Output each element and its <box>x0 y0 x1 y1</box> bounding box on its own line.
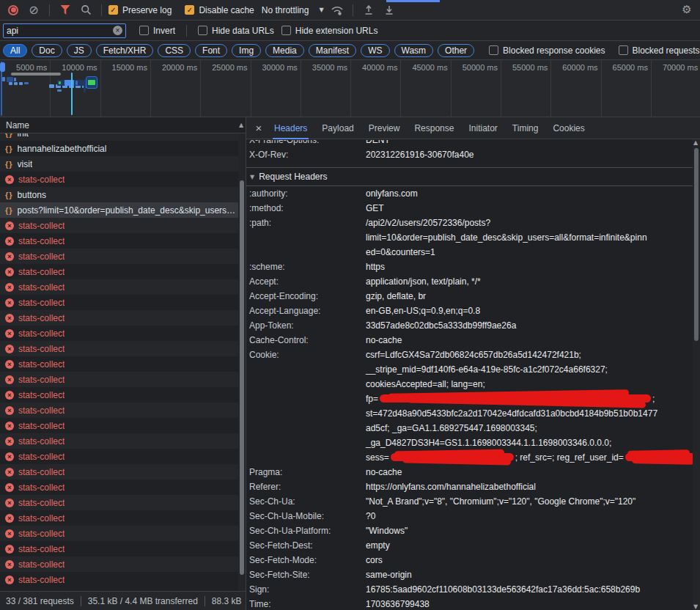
hide-data-urls-checkbox[interactable]: Hide data URLs <box>198 26 274 36</box>
checkbox-blocked-response-cookies[interactable]: Blocked response cookies <box>489 45 605 56</box>
search-icon <box>81 4 92 15</box>
type-filter-doc[interactable]: Doc <box>32 44 62 57</box>
request-row[interactable]: ×stats-collect <box>0 172 238 187</box>
settings-button[interactable]: ⚙ <box>678 1 696 19</box>
tab-headers[interactable]: Headers <box>267 117 314 139</box>
request-name: stats-collect <box>18 498 65 508</box>
requests-scrollbar[interactable]: ▲ <box>238 133 246 591</box>
throttling-dropdown[interactable]: No throttling ▼ <box>262 5 324 15</box>
request-row[interactable]: ×stats-collect <box>0 295 238 310</box>
type-filter-font[interactable]: Font <box>195 44 227 57</box>
request-row[interactable]: {}buttons <box>0 187 238 202</box>
scroll-down-icon[interactable]: ▼ <box>693 603 698 610</box>
type-filter-media[interactable]: Media <box>265 44 304 57</box>
request-name: stats-collect <box>18 344 65 354</box>
type-filter-wasm[interactable]: Wasm <box>394 44 434 57</box>
request-row[interactable]: ×stats-collect <box>0 433 238 449</box>
header-value: no-cache <box>366 465 693 479</box>
request-row[interactable]: ×stats-collect <box>0 449 238 464</box>
checkbox-label: Blocked response cookies <box>503 45 605 56</box>
waterfall-bar <box>0 62 5 72</box>
type-filter-js[interactable]: JS <box>67 44 92 57</box>
request-row[interactable]: ×stats-collect <box>0 464 238 479</box>
request-row[interactable]: ×stats-collect <box>0 310 238 326</box>
request-name: stats-collect <box>18 544 65 554</box>
waterfall-bar <box>19 82 23 85</box>
request-row[interactable]: ×stats-collect <box>0 387 238 403</box>
header-row: Cookie:csrf=LdfcGX4Sa72db06824c657db26a5… <box>246 348 693 465</box>
filter-input[interactable] <box>7 26 110 36</box>
request-row[interactable]: {}posts?limit=10&order=publish_date_desc… <box>0 202 238 218</box>
header-value: application/json, text/plain, */* <box>366 274 693 289</box>
request-row[interactable]: ×stats-collect <box>0 541 238 556</box>
request-row[interactable]: ×stats-collect <box>0 495 238 510</box>
request-row[interactable]: ×stats-collect <box>0 341 238 356</box>
request-row[interactable]: ×stats-collect <box>0 279 238 295</box>
request-row[interactable]: ×stats-collect <box>0 403 238 418</box>
invert-checkbox[interactable]: Invert <box>139 26 175 36</box>
header-name: :scheme: <box>246 260 366 274</box>
record-button[interactable] <box>4 1 22 19</box>
type-filter-other[interactable]: Other <box>438 44 474 57</box>
scroll-up-icon[interactable]: ▲ <box>693 139 698 146</box>
clear-button[interactable]: ⊘ <box>25 1 43 19</box>
request-row[interactable]: ×stats-collect <box>0 479 238 495</box>
tab-payload[interactable]: Payload <box>314 117 361 139</box>
request-row[interactable]: ×stats-collect <box>0 418 238 433</box>
scrollbar-thumb[interactable] <box>240 180 244 575</box>
tab-timing[interactable]: Timing <box>505 117 546 139</box>
request-row[interactable]: ×stats-collect <box>0 572 238 587</box>
request-row[interactable]: ×stats-collect <box>0 526 238 541</box>
export-har-button[interactable] <box>380 1 398 19</box>
request-row[interactable]: {}visit <box>0 156 238 172</box>
scroll-up-icon[interactable]: ▲ <box>239 122 243 128</box>
request-row[interactable]: {}init <box>0 133 238 141</box>
request-row[interactable]: ×stats-collect <box>0 556 238 572</box>
type-filter-fetch-xhr[interactable]: Fetch/XHR <box>96 44 154 57</box>
tab-initiator[interactable]: Initiator <box>461 117 504 139</box>
search-button[interactable] <box>77 1 95 19</box>
tab-cookies[interactable]: Cookies <box>545 117 592 139</box>
request-row[interactable]: {}hannahelizabethofficial <box>0 141 238 156</box>
checkbox-blocked-requests[interactable]: Blocked requests <box>619 45 700 56</box>
import-har-button[interactable] <box>360 1 377 19</box>
request-headers-section[interactable]: ▼Request Headers <box>246 168 693 186</box>
network-conditions-button[interactable] <box>328 1 346 19</box>
name-column-header[interactable]: Name <box>0 117 246 133</box>
type-filter-manifest[interactable]: Manifest <box>309 44 356 57</box>
type-filter-all[interactable]: All <box>3 44 27 57</box>
request-row[interactable]: ×stats-collect <box>0 356 238 372</box>
request-name: stats-collect <box>18 421 65 431</box>
request-row[interactable]: ×stats-collect <box>0 372 238 387</box>
hide-extension-urls-checkbox[interactable]: Hide extension URLs <box>281 26 378 36</box>
request-name: stats-collect <box>18 482 65 493</box>
header-row: Sign:16785:5aad9602cf110608b03133de56364… <box>246 582 693 597</box>
request-row[interactable]: ×stats-collect <box>0 218 238 233</box>
disable-cache-checkbox[interactable]: ✓ Disable cache <box>185 5 254 15</box>
preserve-log-checkbox[interactable]: ✓ Preserve log <box>108 5 172 15</box>
error-icon: × <box>5 499 14 507</box>
request-name: stats-collect <box>18 267 65 277</box>
request-row[interactable]: ×stats-collect <box>0 510 238 526</box>
request-row[interactable]: ×stats-collect <box>0 326 238 341</box>
type-filter-css[interactable]: CSS <box>158 44 191 57</box>
clear-filter-icon[interactable]: × <box>113 26 122 35</box>
header-name: Sec-Ch-Ua-Mobile: <box>246 509 366 523</box>
header-name: Sec-Ch-Ua-Platform: <box>246 523 366 538</box>
request-row[interactable]: ×stats-collect <box>0 249 238 264</box>
header-name: :path: <box>246 216 366 260</box>
requests-viewport: {}init{}hannahelizabethofficial{}visit×s… <box>0 133 238 591</box>
request-row[interactable]: ×stats-collect <box>0 264 238 279</box>
detail-scrollbar[interactable]: ▲ ▼ <box>693 139 700 610</box>
request-row[interactable]: ×stats-collect <box>0 233 238 249</box>
record-icon <box>8 5 18 15</box>
network-overview-timeline[interactable]: 5000 ms10000 ms15000 ms20000 ms25000 ms3… <box>0 60 700 117</box>
tab-response[interactable]: Response <box>407 117 461 139</box>
filter-toggle-button[interactable] <box>56 1 74 19</box>
type-filter-img[interactable]: Img <box>232 44 261 57</box>
type-filter-ws[interactable]: WS <box>361 44 389 57</box>
tab-preview[interactable]: Preview <box>361 117 408 139</box>
scrollbar-thumb[interactable] <box>694 148 699 341</box>
timeline-tick-label: 25000 ms <box>212 63 247 72</box>
close-detail-button[interactable]: × <box>251 120 267 136</box>
